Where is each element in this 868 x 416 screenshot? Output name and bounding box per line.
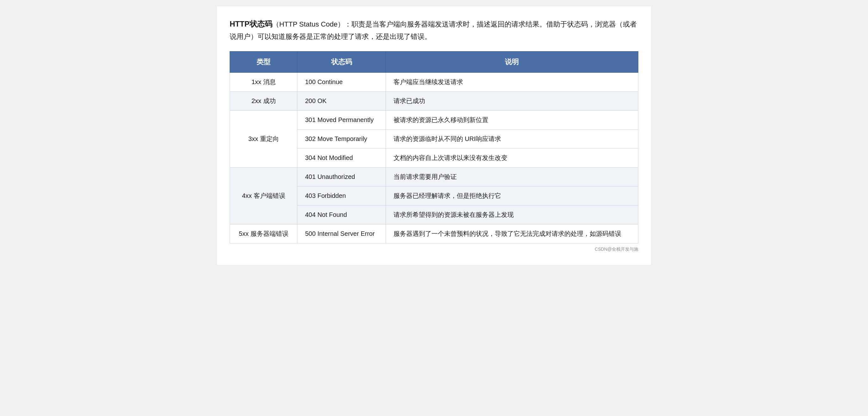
type-cell: 2xx 成功	[230, 92, 297, 110]
code-cell: 403 Forbidden	[297, 187, 385, 205]
type-cell: 4xx 客户端错误	[230, 167, 297, 224]
intro-colon: ：	[344, 20, 351, 28]
code-cell: 200 OK	[297, 92, 385, 110]
desc-cell: 服务器遇到了一个未曾预料的状况，导致了它无法完成对请求的处理，如源码错误	[385, 224, 638, 244]
code-cell: 500 Internal Server Error	[297, 224, 385, 244]
table-row: 5xx 服务器端错误500 Internal Server Error服务器遇到…	[230, 224, 638, 244]
desc-cell: 当前请求需要用户验证	[385, 167, 638, 187]
code-cell: 100 Continue	[297, 73, 385, 92]
type-cell: 3xx 重定向	[230, 110, 297, 167]
header-row: 类型 状态码 说明	[230, 52, 638, 73]
header-desc: 说明	[385, 52, 638, 73]
code-cell: 401 Unauthorized	[297, 167, 385, 187]
code-cell: 302 Move Temporarily	[297, 130, 385, 149]
type-cell: 1xx 消息	[230, 73, 297, 92]
table-row: 1xx 消息100 Continue客户端应当继续发送请求	[230, 73, 638, 92]
main-container: HTTP状态码（HTTP Status Code）：职责是当客户端向服务器端发送…	[217, 6, 651, 265]
desc-cell: 请求的资源临时从不同的 URI响应请求	[385, 130, 638, 149]
http-status-table: 类型 状态码 说明 1xx 消息100 Continue客户端应当继续发送请求2…	[230, 51, 638, 244]
table-header: 类型 状态码 说明	[230, 52, 638, 73]
intro-paragraph: HTTP状态码（HTTP Status Code）：职责是当客户端向服务器端发送…	[230, 18, 638, 42]
intro-title: HTTP状态码	[230, 20, 272, 28]
table-row: 2xx 成功200 OK请求已成功	[230, 92, 638, 110]
header-type: 类型	[230, 52, 297, 73]
desc-cell: 服务器已经理解请求，但是拒绝执行它	[385, 187, 638, 205]
header-code: 状态码	[297, 52, 385, 73]
desc-cell: 被请求的资源已永久移动到新位置	[385, 110, 638, 130]
desc-cell: 文档的内容自上次请求以来没有发生改变	[385, 149, 638, 167]
code-cell: 304 Not Modified	[297, 149, 385, 167]
table-row: 3xx 重定向301 Moved Permanently被请求的资源已永久移动到…	[230, 110, 638, 130]
intro-subtitle: （HTTP Status Code）	[272, 20, 344, 28]
desc-cell: 请求已成功	[385, 92, 638, 110]
code-cell: 404 Not Found	[297, 205, 385, 224]
desc-cell: 请求所希望得到的资源未被在服务器上发现	[385, 205, 638, 224]
code-cell: 301 Moved Permanently	[297, 110, 385, 130]
type-cell: 5xx 服务器端错误	[230, 224, 297, 244]
desc-cell: 客户端应当继续发送请求	[385, 73, 638, 92]
watermark: CSDN@全栈开发与施	[230, 247, 638, 252]
table-body: 1xx 消息100 Continue客户端应当继续发送请求2xx 成功200 O…	[230, 73, 638, 244]
table-row: 4xx 客户端错误401 Unauthorized当前请求需要用户验证	[230, 167, 638, 187]
